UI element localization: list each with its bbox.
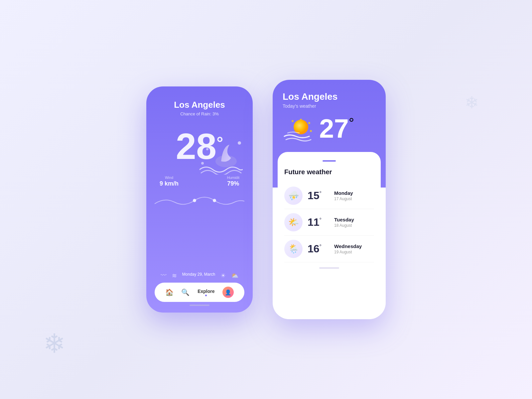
forecast-date-monday: 17 August: [334, 197, 353, 201]
forecast-item-wednesday: 🌦️ 16° Wednesday 19 August: [284, 236, 374, 262]
forecast-details-monday: Monday 17 August: [334, 190, 353, 201]
forecast-temp-wednesday: 16°: [308, 243, 329, 255]
forecast-icon-tuesday: 🌤️: [284, 213, 303, 231]
wave-icon: 〰: [161, 272, 167, 279]
forecast-icon-wednesday: 🌦️: [284, 240, 303, 258]
phone2: Los Angeles Today's weather: [273, 80, 386, 319]
snowflake-small-icon: ❄: [465, 93, 479, 112]
forecast-day-monday: Monday: [334, 190, 353, 196]
search-icon[interactable]: 🔍: [181, 288, 190, 296]
bottom-icons-row: 〰 ≋ Monday 29, March ☀ ⛅: [155, 272, 244, 279]
phone2-top: Los Angeles Today's weather: [273, 80, 386, 152]
home-icon[interactable]: 🏠: [165, 288, 174, 296]
wind-value: 9 km/h: [160, 180, 179, 187]
phone2-bottom-card: Future weather ⛈️ 15° Monday 17 August 🌤…: [278, 152, 381, 279]
sun-small-icon: ☀: [220, 272, 226, 279]
phone2-temp-unit: °: [349, 115, 354, 130]
svg-point-4: [308, 122, 310, 124]
svg-point-1: [193, 199, 196, 202]
forecast-date-wednesday: 19 August: [334, 250, 362, 254]
phone2-temperature: 27: [319, 115, 349, 142]
phone1-bottom-area: 〰 ≋ Monday 29, March ☀ ⛅ 🏠 🔍 Explore 👤: [155, 269, 244, 302]
phone1-home-bar: [190, 305, 209, 306]
phone1-temp-unit: °: [216, 133, 223, 152]
user-avatar[interactable]: 👤: [222, 287, 234, 298]
phone2-city: Los Angeles: [283, 91, 376, 102]
humidity-stat: Humidit 79%: [227, 176, 239, 187]
future-weather-title: Future weather: [284, 168, 374, 176]
cloud-icon: ⛅: [231, 272, 238, 279]
phone2-temp-row: 27 °: [283, 115, 376, 142]
forecast-date-tuesday: 18 August: [334, 223, 354, 228]
snowflake-large-icon: ❄: [43, 328, 66, 359]
explore-button[interactable]: Explore: [198, 289, 214, 296]
wind-stat: Wind 9 km/h: [160, 176, 179, 187]
forecast-item-monday: ⛈️ 15° Monday 17 August: [284, 183, 374, 209]
svg-point-5: [310, 130, 312, 132]
phone1-temp-area: 28 °: [155, 120, 244, 173]
phones-container: Los Angeles Chance of Rain: 3% 28 °: [146, 80, 386, 319]
phone1-stats: Wind 9 km/h Humidit 79%: [155, 176, 244, 187]
forecast-details-tuesday: Tuesday 18 August: [334, 217, 354, 228]
phone2-home-bar: [319, 267, 339, 269]
sun-wind-icon: [283, 117, 313, 140]
forecast-details-wednesday: Wednesday 19 August: [334, 243, 362, 254]
phone1: Los Angeles Chance of Rain: 3% 28 °: [146, 86, 253, 313]
phone1-city: Los Angeles: [155, 100, 244, 110]
phone1-rain-chance: Chance of Rain: 3%: [155, 111, 244, 116]
svg-point-2: [213, 199, 216, 202]
explore-dot: [205, 295, 207, 296]
forecast-day-wednesday: Wednesday: [334, 243, 362, 249]
phone1-wave-chart: [155, 191, 244, 210]
forecast-day-tuesday: Tuesday: [334, 217, 354, 222]
phone1-date: Monday 29, March: [182, 272, 215, 279]
explore-label: Explore: [198, 289, 214, 294]
forecast-temp-monday: 15°: [308, 190, 329, 202]
phone2-handle: [323, 160, 336, 162]
phone1-temperature: 28: [176, 128, 216, 165]
forecast-icon-monday: ⛈️: [284, 187, 303, 205]
forecast-item-tuesday: 🌤️ 11° Tuesday 18 August: [284, 209, 374, 236]
humidity-value: 79%: [227, 180, 239, 187]
svg-point-6: [292, 120, 294, 122]
wind-icon: ≋: [172, 272, 177, 279]
humidity-label: Humidit: [227, 176, 239, 180]
phone2-subtitle: Today's weather: [283, 103, 376, 109]
wind-label: Wind: [160, 176, 179, 180]
forecast-temp-tuesday: 11°: [308, 216, 329, 228]
phone1-navbar[interactable]: 🏠 🔍 Explore 👤: [155, 283, 244, 302]
